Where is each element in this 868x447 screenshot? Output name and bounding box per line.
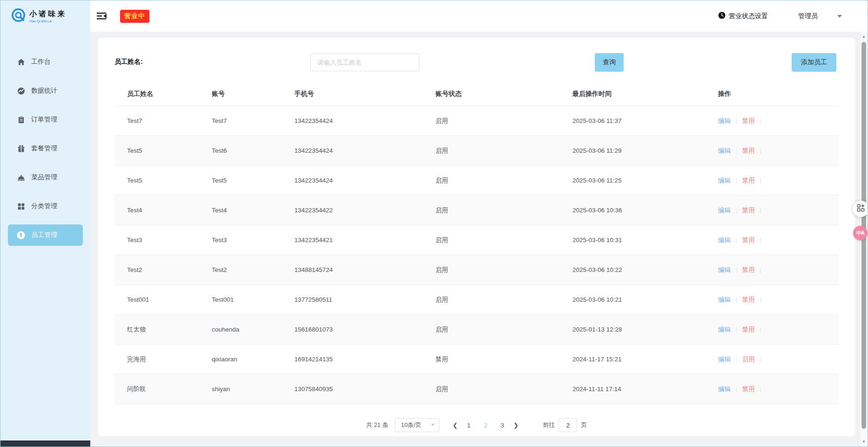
sidebar: 小诸味来 Xiao Qi Wei Lai 工作台数据统计订单管理套餐管理菜品管理… — [0, 0, 90, 447]
cell-status: 启用 — [423, 296, 560, 304]
action-separator: | — [760, 326, 761, 333]
toggle-status-link[interactable]: 禁用 — [742, 177, 755, 184]
edit-link[interactable]: 编辑 — [718, 147, 731, 154]
cell-account: couhenda — [199, 326, 282, 333]
cell-status: 禁用 — [423, 355, 560, 364]
search-button[interactable]: 查询 — [595, 53, 624, 72]
goto-page-input[interactable] — [558, 418, 577, 432]
brand-pinyin: Xiao Qi Wei Lai — [29, 20, 72, 23]
add-employee-button[interactable]: 添加员工 — [792, 53, 836, 72]
edit-link[interactable]: 编辑 — [718, 356, 731, 363]
toggle-status-link[interactable]: 禁用 — [742, 207, 755, 214]
cell-actions: 编辑|禁用| — [706, 385, 839, 393]
scroll-down-arrow-icon[interactable]: ▼ — [860, 440, 868, 444]
edit-link[interactable]: 编辑 — [718, 207, 731, 214]
cell-actions: 编辑|禁用| — [706, 236, 839, 244]
cell-status: 启用 — [423, 385, 560, 393]
scroll-up-arrow-icon[interactable]: ▲ — [860, 34, 868, 39]
edit-link[interactable]: 编辑 — [718, 296, 731, 303]
user-name: 管理员 — [798, 12, 818, 20]
action-separator: | — [760, 356, 761, 363]
toggle-status-link[interactable]: 禁用 — [742, 237, 755, 244]
dish-icon — [17, 173, 25, 182]
column-header: 手机号 — [282, 90, 423, 98]
toggle-status-link[interactable]: 禁用 — [742, 117, 755, 124]
action-separator: | — [736, 267, 737, 273]
grid-plus-icon — [857, 204, 865, 214]
main-area: 员工姓名: 查询 添加员工 员工姓名账号手机号账号状态最后操作时间操作 Test… — [90, 32, 860, 447]
toggle-status-link[interactable]: 禁用 — [742, 296, 755, 303]
filter-bar: 员工姓名: 查询 添加员工 — [114, 53, 839, 72]
cell-phone: 13772580511 — [282, 296, 423, 303]
sidebar-item-categories[interactable]: 分类管理 — [8, 196, 83, 217]
select-caret-icon — [431, 424, 435, 426]
cell-name: 完海用 — [114, 355, 199, 364]
cell-status: 启用 — [423, 176, 560, 185]
cell-status: 启用 — [423, 325, 560, 334]
page-number[interactable]: 3 — [499, 422, 505, 429]
action-separator: | — [736, 118, 737, 124]
action-separator: | — [760, 118, 761, 124]
cell-account: qixiaoran — [199, 356, 282, 363]
cell-status: 启用 — [423, 117, 560, 125]
page-size-select[interactable]: 10条/页 — [395, 418, 439, 432]
toggle-status-link[interactable]: 启用 — [742, 356, 755, 363]
chart-icon — [17, 87, 25, 95]
sidebar-item-label: 工作台 — [31, 58, 51, 66]
toggle-status-link[interactable]: 禁用 — [742, 326, 755, 333]
cell-last_time: 2025-03-06 11:25 — [560, 177, 706, 184]
toggle-status-link[interactable]: 禁用 — [742, 386, 755, 393]
collection-grid-fab[interactable] — [853, 201, 868, 217]
edit-link[interactable]: 编辑 — [718, 266, 731, 273]
sidebar-item-label: 套餐管理 — [31, 144, 57, 153]
edit-link[interactable]: 编辑 — [718, 117, 731, 124]
action-separator: | — [736, 207, 737, 214]
action-separator: | — [760, 207, 761, 214]
table-row: Test7Test713422354424启用2025-03-06 11:37编… — [114, 106, 839, 136]
cell-phone: 13422354424 — [282, 117, 423, 124]
action-separator: | — [736, 326, 737, 333]
sidebar-item-statistics[interactable]: 数据统计 — [8, 80, 83, 102]
cell-actions: 编辑|禁用| — [706, 296, 839, 304]
action-separator: | — [736, 386, 737, 393]
business-status-button[interactable]: 营业状态设置 — [718, 12, 768, 21]
next-page-button[interactable]: ❯ — [511, 422, 521, 429]
toggle-status-link[interactable]: 禁用 — [742, 266, 755, 273]
translate-fab[interactable]: 中A — [853, 226, 868, 240]
action-separator: | — [760, 297, 761, 303]
employee-name-input[interactable] — [310, 54, 419, 71]
column-header: 员工姓名 — [114, 90, 199, 98]
sidebar-item-combos[interactable]: 套餐管理 — [8, 138, 83, 159]
cell-phone: 13422354422 — [282, 207, 423, 214]
table-row: 红太狼couhenda15616801073启用2025-01-13 12:28… — [114, 315, 839, 345]
table-row: Test001Test00113772580511启用2025-03-06 10… — [114, 285, 839, 315]
cell-phone: 13075840935 — [282, 386, 423, 393]
page-number[interactable]: 2 — [482, 422, 489, 429]
table-header-row: 员工姓名账号手机号账号状态最后操作时间操作 — [114, 82, 839, 106]
business-status-label: 营业状态设置 — [729, 12, 768, 20]
sidebar-fold-icon[interactable] — [97, 12, 108, 20]
cell-account: Test001 — [199, 296, 282, 303]
cell-last_time: 2025-03-06 10:36 — [560, 207, 706, 214]
sidebar-menu: 工作台数据统计订单管理套餐管理菜品管理分类管理员工管理 — [0, 32, 90, 246]
sidebar-item-workbench[interactable]: 工作台 — [8, 51, 83, 73]
cell-actions: 编辑|禁用| — [706, 147, 839, 155]
cell-status: 启用 — [423, 147, 560, 155]
sidebar-item-employees[interactable]: 员工管理 — [8, 224, 83, 246]
gift-icon — [17, 144, 25, 153]
goto-label: 前往 — [543, 421, 555, 429]
cell-phone: 15616801073 — [282, 326, 423, 333]
edit-link[interactable]: 编辑 — [718, 177, 731, 184]
sidebar-item-orders[interactable]: 订单管理 — [8, 109, 83, 130]
edit-link[interactable]: 编辑 — [718, 386, 731, 393]
page-numbers: 123 — [460, 422, 511, 429]
column-header: 操作 — [706, 90, 839, 98]
toggle-status-link[interactable]: 禁用 — [742, 147, 755, 154]
page-number[interactable]: 1 — [465, 422, 472, 429]
sidebar-item-dishes[interactable]: 菜品管理 — [8, 167, 83, 188]
user-dropdown[interactable]: 管理员 — [798, 12, 842, 20]
prev-page-button[interactable]: ❮ — [450, 422, 460, 429]
edit-link[interactable]: 编辑 — [718, 326, 731, 333]
employee-icon — [17, 231, 25, 239]
edit-link[interactable]: 编辑 — [718, 237, 731, 244]
